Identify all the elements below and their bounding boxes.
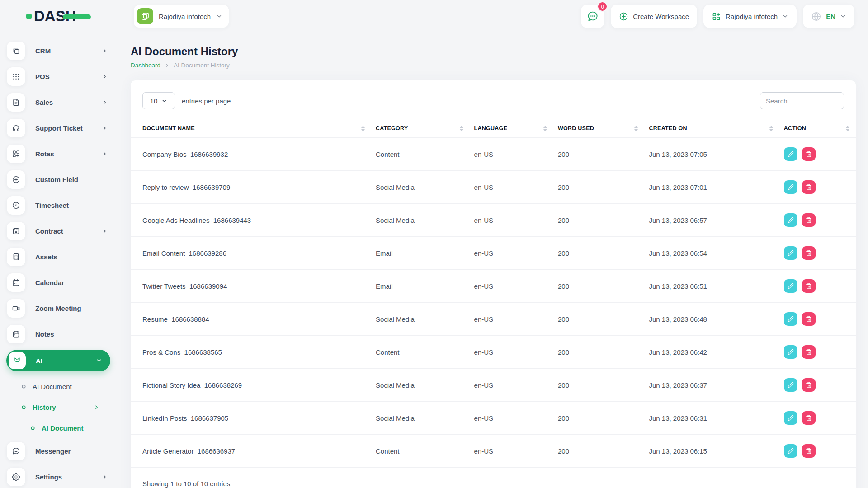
sidebar-item-settings[interactable]: Settings [0,464,118,488]
delete-button[interactable] [802,444,816,458]
edit-button[interactable] [784,345,797,359]
chevron-right-icon [102,228,108,234]
entries-per-page-select[interactable]: 10 [142,92,175,109]
sidebar-item-support-ticket[interactable]: Support Ticket [0,115,118,141]
sort-icon[interactable] [456,126,463,131]
edit-button[interactable] [784,411,797,425]
sort-icon[interactable] [842,126,849,131]
sidebar-item-assets[interactable]: Assets [0,244,118,270]
cell-actions [779,171,856,204]
sidebar-item-pos[interactable]: POS [0,64,118,89]
cell-category: Email [371,237,470,270]
edit-button[interactable] [784,147,797,161]
delete-button[interactable] [802,213,816,227]
edit-button[interactable] [784,312,797,326]
sort-icon[interactable] [540,126,547,131]
account-menu-label: Rajodiya infotech [726,13,778,20]
sort-icon[interactable] [631,126,638,131]
sidebar-item-ai[interactable]: AI [6,350,110,371]
column-header-category[interactable]: CATEGORY [371,119,470,138]
sidebar-item-zoom-meeting[interactable]: Zoom Meeting [0,296,118,321]
messages-button[interactable]: 0 [581,5,604,28]
sidebar-item-calendar[interactable]: Calendar [0,270,118,296]
sidebar: CRM POS Sales Support Ticket Rotas Custo… [0,33,118,488]
sidebar-item-messenger[interactable]: Messenger [0,438,118,464]
breadcrumb-dashboard-link[interactable]: Dashboard [131,62,160,69]
column-header-created-on[interactable]: CREATED ON [644,119,779,138]
sidebar-item-rotas[interactable]: Rotas [0,141,118,167]
chevron-down-icon [840,13,846,19]
main-content: AI Document History Dashboard AI Documen… [118,33,868,488]
edit-button[interactable] [784,246,797,260]
column-header-action[interactable]: ACTION [779,119,856,138]
cell-category: Content [371,336,470,369]
cell-created-on: Jun 13, 2023 06:48 [644,303,779,336]
column-header-document-name[interactable]: DOCUMENT NAME [131,119,371,138]
edit-button[interactable] [784,444,797,458]
sales-icon [7,93,25,112]
delete-button[interactable] [802,180,816,194]
sort-icon[interactable] [358,126,365,131]
chevron-right-icon [165,63,170,68]
cell-actions [779,237,856,270]
sidebar-item-history[interactable]: History [0,397,118,418]
delete-button[interactable] [802,378,816,392]
sidebar-item-ai-document[interactable]: AI Document [0,376,118,397]
account-menu-button[interactable]: Rajodiya infotech [703,5,797,28]
sidebar-item-sales[interactable]: Sales [0,89,118,115]
column-header-word-used[interactable]: WORD USED [553,119,645,138]
delete-button[interactable] [802,279,816,293]
delete-button[interactable] [802,312,816,326]
edit-button[interactable] [784,279,797,293]
contract-icon [7,222,25,240]
cell-language: en-US [470,138,553,171]
column-header-language[interactable]: LANGUAGE [470,119,553,138]
search-input[interactable] [760,92,844,109]
table-row: Reply to review_1686639709Social Mediaen… [131,171,856,204]
assets-icon [7,248,25,266]
sidebar-item-notes[interactable]: Notes [0,321,118,347]
notes-icon [7,325,25,343]
workspace-switcher[interactable]: Rajodiya infotech [134,5,229,28]
pos-icon [7,67,25,86]
app-logo[interactable]: DASH [26,8,91,25]
edit-button[interactable] [784,213,797,227]
messenger-icon [7,442,25,460]
delete-button[interactable] [802,147,816,161]
table-row: LinkedIn Posts_1686637905Social Mediaen-… [131,402,856,435]
chat-bubble-icon [587,10,599,22]
sidebar-item-custom-field[interactable]: Custom Field [0,167,118,192]
edit-button[interactable] [784,378,797,392]
sidebar-item-history-ai-document[interactable]: AI Document [0,418,118,438]
sidebar-item-timesheet[interactable]: Timesheet [0,192,118,218]
logo-area: DASH [0,8,118,25]
cell-category: Social Media [371,171,470,204]
language-selector[interactable]: EN [803,5,854,28]
edit-button[interactable] [784,180,797,194]
chevron-right-icon [102,99,108,105]
chevron-down-icon [161,98,167,104]
language-code: EN [826,13,835,20]
cell-word-used: 200 [553,402,645,435]
sidebar-item-crm[interactable]: CRM [0,38,118,64]
cell-actions [779,435,856,468]
zoom-meeting-icon [7,299,25,318]
chevron-down-icon [216,13,222,19]
sidebar-item-contract[interactable]: Contract [0,218,118,244]
delete-button[interactable] [802,411,816,425]
chevron-right-icon [102,125,108,131]
table-row: Email Content_1686639286Emailen-US200Jun… [131,237,856,270]
calendar-icon [7,273,25,292]
sort-icon[interactable] [766,126,773,131]
cell-created-on: Jun 13, 2023 06:15 [644,435,779,468]
breadcrumb-current: AI Document History [174,62,230,69]
cell-language: en-US [470,204,553,237]
delete-button[interactable] [802,345,816,359]
delete-button[interactable] [802,246,816,260]
create-workspace-button[interactable]: Create Workspace [611,5,697,28]
table-row: Resume_1686638884Social Mediaen-US200Jun… [131,303,856,336]
history-card: 10 entries per page DOCUMENT NAME CATEGO… [131,80,856,488]
cell-category: Content [371,435,470,468]
cell-actions [779,402,856,435]
pencil-icon [788,184,794,190]
